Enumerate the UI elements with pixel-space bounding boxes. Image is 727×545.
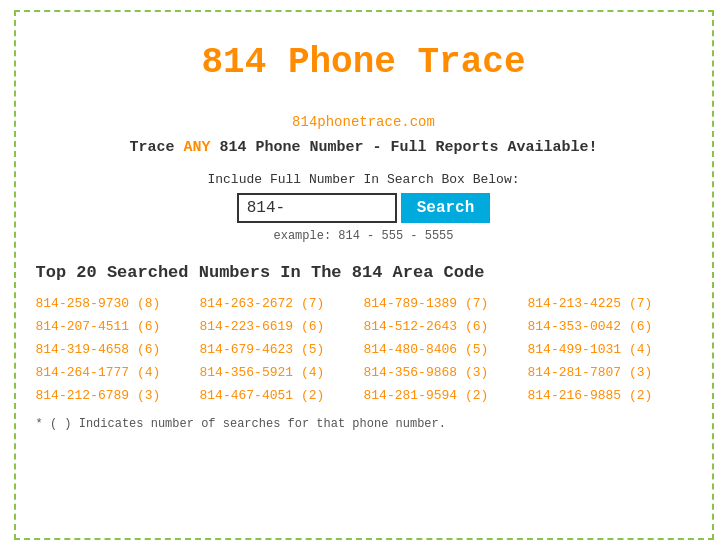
site-url-link[interactable]: 814phonetrace.com [292,114,435,130]
number-link[interactable]: 814-223-6619 (6) [200,317,364,336]
number-link[interactable]: 814-212-6789 (3) [36,386,200,405]
footnote: * ( ) Indicates number of searches for t… [36,417,692,431]
number-link[interactable]: 814-264-1777 (4) [36,363,200,382]
tagline-suffix: 814 Phone Number - Full Reports Availabl… [210,139,597,156]
number-link[interactable]: 814-207-4511 (6) [36,317,200,336]
number-link[interactable]: 814-263-2672 (7) [200,294,364,313]
number-link[interactable]: 814-216-9885 (2) [528,386,692,405]
number-link[interactable]: 814-356-5921 (4) [200,363,364,382]
tagline-any: ANY [183,139,210,156]
search-label: Include Full Number In Search Box Below: [36,172,692,187]
number-link[interactable]: 814-789-1389 (7) [364,294,528,313]
search-section: Include Full Number In Search Box Below:… [36,172,692,243]
number-link[interactable]: 814-281-9594 (2) [364,386,528,405]
site-link-container: 814phonetrace.com [36,113,692,131]
number-link[interactable]: 814-353-0042 (6) [528,317,692,336]
number-link[interactable]: 814-512-2643 (6) [364,317,528,336]
search-input[interactable] [237,193,397,223]
number-link[interactable]: 814-319-4658 (6) [36,340,200,359]
top-numbers-title: Top 20 Searched Numbers In The 814 Area … [36,263,692,282]
tagline-prefix: Trace [129,139,183,156]
number-link[interactable]: 814-281-7807 (3) [528,363,692,382]
main-container: 814 Phone Trace 814phonetrace.com Trace … [14,10,714,540]
number-link[interactable]: 814-679-4623 (5) [200,340,364,359]
number-link[interactable]: 814-499-1031 (4) [528,340,692,359]
tagline: Trace ANY 814 Phone Number - Full Report… [36,139,692,156]
search-example: example: 814 - 555 - 5555 [36,229,692,243]
number-link[interactable]: 814-467-4051 (2) [200,386,364,405]
number-link[interactable]: 814-213-4225 (7) [528,294,692,313]
search-row: Search [36,193,692,223]
number-link[interactable]: 814-480-8406 (5) [364,340,528,359]
number-link[interactable]: 814-258-9730 (8) [36,294,200,313]
page-title: 814 Phone Trace [36,22,692,113]
search-button[interactable]: Search [401,193,491,223]
numbers-grid: 814-258-9730 (8)814-263-2672 (7)814-789-… [36,294,692,405]
number-link[interactable]: 814-356-9868 (3) [364,363,528,382]
